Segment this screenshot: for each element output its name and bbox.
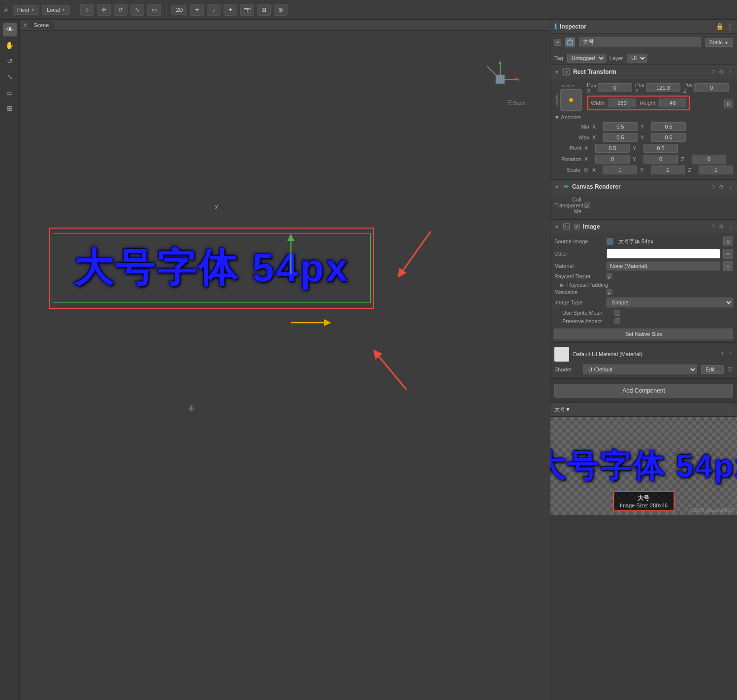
img-menu-icon[interactable]: ⋮ bbox=[728, 224, 733, 230]
min-y-field[interactable] bbox=[651, 122, 686, 131]
max-y-field[interactable] bbox=[651, 133, 686, 142]
tag-select[interactable]: Untagged bbox=[567, 54, 606, 63]
select-tool[interactable]: ⊹ bbox=[80, 4, 94, 16]
anchors-expand[interactable]: ▼ Anchors bbox=[554, 114, 586, 120]
local-button[interactable]: Local ▼ bbox=[42, 5, 70, 15]
rect-transform-header[interactable]: ▼ Rect Transform ? ⚙ ⋮ bbox=[550, 65, 737, 79]
scale-z-field[interactable] bbox=[699, 166, 733, 174]
image-active-checkbox[interactable]: ✓ bbox=[574, 224, 580, 230]
object-name-input[interactable] bbox=[579, 37, 701, 47]
color-eyedropper-btn[interactable]: ✏ bbox=[723, 249, 733, 259]
scene-image-element[interactable]: 大号字体 54px bbox=[49, 228, 374, 309]
svg-rect-0 bbox=[496, 75, 505, 84]
maskable-checkbox[interactable]: ✓ bbox=[607, 289, 612, 295]
rect-tool[interactable]: ▭ bbox=[147, 4, 161, 16]
rect-transform-content: center middle Pos X Po bbox=[550, 79, 737, 179]
min-label: Min bbox=[562, 124, 589, 130]
material-icon bbox=[554, 347, 569, 362]
rp-toggle-icon[interactable]: ▶ bbox=[560, 282, 564, 288]
sidebar-hand-icon[interactable]: ✋ bbox=[3, 38, 17, 52]
pos-x-field[interactable] bbox=[598, 83, 632, 92]
rotate-tool[interactable]: ↺ bbox=[114, 4, 128, 16]
pivot-y-field[interactable] bbox=[643, 144, 678, 153]
tag-layer-row: Tag Untagged Layer UI bbox=[550, 51, 737, 65]
shader-edit-btn[interactable]: Edit... bbox=[701, 365, 724, 374]
rot-x-field[interactable] bbox=[595, 155, 630, 164]
toggle-2d[interactable]: 2D bbox=[171, 5, 187, 15]
cr-menu-icon[interactable]: ⋮ bbox=[728, 184, 733, 190]
preserve-aspect-checkbox[interactable] bbox=[614, 318, 620, 324]
pivot-x-label: X bbox=[584, 145, 592, 151]
raycast-target-checkbox[interactable]: ✓ bbox=[607, 273, 612, 279]
sidebar-rect-icon[interactable]: ▭ bbox=[3, 86, 17, 100]
preview-menu-icon[interactable]: ⋮ bbox=[727, 406, 733, 413]
rotation-label: Rotation bbox=[554, 156, 581, 162]
image-type-select[interactable]: Simple bbox=[607, 298, 733, 307]
scene-tab-label[interactable]: Scene bbox=[29, 21, 54, 29]
overlay-toggle[interactable]: ⊞ bbox=[257, 4, 271, 16]
move-tool[interactable]: ✛ bbox=[97, 4, 111, 16]
min-x-field[interactable] bbox=[603, 122, 638, 131]
light-toggle[interactable]: ☀ bbox=[190, 4, 204, 16]
sidebar-rotate-icon[interactable]: ↺ bbox=[3, 54, 17, 68]
middle-label: middle bbox=[554, 94, 559, 107]
active-checkbox[interactable]: ✓ bbox=[554, 39, 561, 46]
add-component-button[interactable]: Add Component bbox=[554, 384, 733, 398]
color-preview[interactable] bbox=[607, 249, 720, 259]
cr-help-icon[interactable]: ? bbox=[712, 184, 715, 190]
pivot-button[interactable]: Pivot ▼ bbox=[13, 5, 39, 15]
width-label: Width bbox=[591, 100, 605, 106]
pos-y-field[interactable] bbox=[646, 83, 680, 92]
lock-icon[interactable]: 🔒 bbox=[716, 23, 724, 30]
pivot-x-field[interactable] bbox=[595, 144, 630, 153]
add-component-label: Add Component bbox=[622, 387, 665, 394]
rot-y-field[interactable] bbox=[643, 155, 678, 164]
static-label: Static bbox=[709, 39, 723, 45]
pivot-label: Pivot bbox=[17, 7, 29, 13]
cull-checkbox[interactable]: ✓ bbox=[584, 202, 590, 208]
scale-y-field[interactable] bbox=[651, 166, 685, 174]
rt-help-icon[interactable]: ? bbox=[712, 69, 715, 75]
source-image-pick-btn[interactable]: ◎ bbox=[723, 236, 733, 246]
back-icon: ☰ bbox=[507, 100, 512, 106]
material-help-icon[interactable]: ? bbox=[721, 351, 724, 357]
max-x-field[interactable] bbox=[603, 133, 638, 142]
sidebar-eye-icon[interactable]: 👁 bbox=[3, 23, 17, 36]
scale-tool[interactable]: ⤡ bbox=[130, 4, 144, 16]
cr-settings-icon[interactable]: ⚙ bbox=[719, 184, 724, 190]
cr-expand-icon: ▼ bbox=[554, 184, 559, 190]
gizmo-toggle[interactable]: ⊕ bbox=[274, 4, 288, 16]
anchor-widget[interactable] bbox=[560, 89, 582, 111]
width-field[interactable] bbox=[609, 99, 636, 107]
sidebar-grid-icon[interactable]: ⊞ bbox=[3, 101, 17, 115]
sprite-mesh-checkbox[interactable] bbox=[614, 310, 620, 316]
pos-z-field[interactable] bbox=[694, 83, 729, 92]
effects-toggle[interactable]: ✦ bbox=[224, 4, 237, 16]
camera-toggle[interactable]: 📷 bbox=[240, 4, 254, 16]
svg-text:y: y bbox=[499, 60, 501, 61]
img-help-icon[interactable]: ? bbox=[712, 224, 715, 230]
image-header[interactable]: ▼ ✓ Image ? ⚙ ⋮ bbox=[550, 220, 737, 233]
scale-x-field[interactable] bbox=[603, 166, 637, 174]
material-pick-btn[interactable]: ◎ bbox=[723, 261, 733, 271]
shader-select[interactable]: UI/Default bbox=[583, 365, 697, 374]
toolbar: # Pivot ▼ Local ▼ ⊹ ✛ ↺ ⤡ ▭ 2D ☀ ♪ ✦ 📷 ⊞… bbox=[0, 0, 737, 20]
rt-menu-icon[interactable]: ⋮ bbox=[728, 69, 733, 75]
audio-toggle[interactable]: ♪ bbox=[207, 4, 221, 16]
r-button[interactable]: R bbox=[724, 100, 733, 108]
native-size-button[interactable]: Set Native Size bbox=[554, 329, 733, 339]
scene-view: # Scene ☰ Back y bbox=[20, 20, 550, 700]
layer-select[interactable]: UI bbox=[627, 54, 647, 63]
img-settings-icon[interactable]: ⚙ bbox=[719, 224, 724, 230]
material-menu-icon[interactable]: ⋮ bbox=[728, 351, 733, 358]
shader-menu-icon[interactable]: ☰ bbox=[728, 366, 733, 373]
menu-icon[interactable]: ⋮ bbox=[727, 23, 733, 30]
2d-label: 2D bbox=[176, 7, 183, 13]
rot-z-field[interactable] bbox=[692, 155, 726, 164]
sidebar-scale-icon[interactable]: ⤡ bbox=[3, 70, 17, 84]
maskable-checkmark: ✓ bbox=[607, 291, 611, 296]
canvas-renderer-header[interactable]: ▼ 👁 Canvas Renderer ? ⚙ ⋮ bbox=[550, 180, 737, 194]
rt-settings-icon[interactable]: ⚙ bbox=[719, 69, 724, 75]
svg-rect-19 bbox=[564, 224, 570, 230]
height-field[interactable] bbox=[659, 99, 686, 107]
